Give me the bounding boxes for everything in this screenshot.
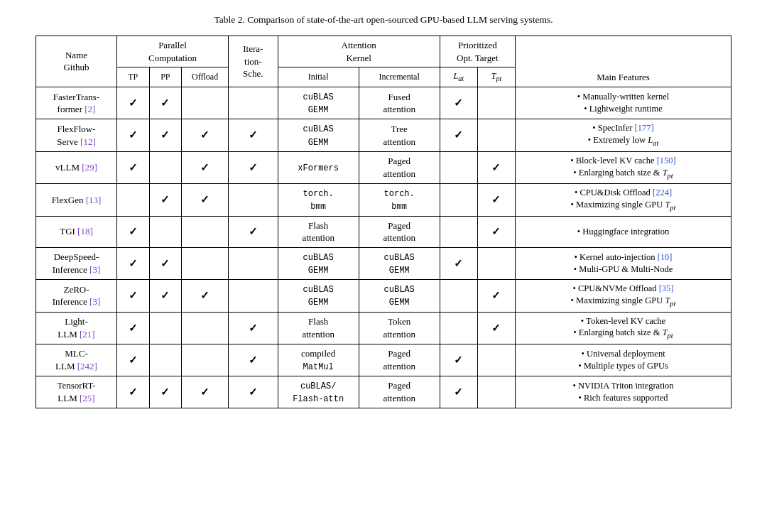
- cell-sche: ✓: [229, 151, 278, 183]
- cell-tp: ✓: [116, 376, 149, 408]
- cell-sche: ✓: [229, 344, 278, 376]
- cell-lat: ✓: [440, 119, 477, 151]
- cell-initial: Flashattention: [278, 216, 359, 247]
- th-incremental: Incremental: [359, 67, 440, 87]
- table-row: DeepSpeed-Inference [3]✓✓cuBLASGEMMcuBLA…: [36, 247, 731, 279]
- cell-offload: ✓: [182, 376, 229, 408]
- feature-item: • Manually-written kernel: [519, 91, 727, 103]
- cell-sche: ✓: [229, 376, 278, 408]
- cell-offload: ✓: [182, 280, 229, 312]
- th-tpt: Tpt: [477, 67, 515, 87]
- cell-sche: [229, 184, 278, 216]
- cell-incremental: Pagedattention: [359, 151, 440, 183]
- cell-initial: cuBLASGEMM: [278, 119, 359, 151]
- table-row: FasterTrans-former [2]✓✓cuBLASGEMMFuseda…: [36, 87, 731, 119]
- th-name-github: NameGithub: [36, 36, 117, 87]
- cell-offload: [182, 216, 229, 247]
- cell-pp: ✓: [149, 247, 182, 279]
- table-row: TensorRT-LLM [25]✓✓✓✓cuBLAS/Flash-attnPa…: [36, 376, 731, 408]
- cell-pp: ✓: [149, 184, 182, 216]
- th-iteration: Itera-tion-Sche.: [229, 36, 278, 87]
- cell-incremental: Pagedattention: [359, 376, 440, 408]
- cell-lat: [440, 151, 477, 183]
- cell-lat: ✓: [440, 87, 477, 119]
- feature-item: • Token-level KV cache: [519, 315, 727, 327]
- th-attention-kernel: AttentionKernel: [278, 36, 440, 67]
- table-row: MLC-LLM [242]✓✓compiledMatMulPagedattent…: [36, 344, 731, 376]
- feature-item: • NVIDIA Triton integration: [519, 380, 727, 392]
- cell-incremental: cuBLASGEMM: [359, 280, 440, 312]
- cell-name: FasterTrans-former [2]: [36, 87, 117, 119]
- table-row: Light-LLM [21]✓✓FlashattentionTokenatten…: [36, 312, 731, 344]
- cell-tpt: ✓: [477, 216, 515, 247]
- cell-lat: [440, 280, 477, 312]
- cell-tp: ✓: [116, 87, 149, 119]
- cell-initial: cuBLASGEMM: [278, 280, 359, 312]
- cell-tpt: ✓: [477, 151, 515, 183]
- cell-tpt: ✓: [477, 184, 515, 216]
- cell-tp: ✓: [116, 119, 149, 151]
- cell-name: ZeRO-Inference [3]: [36, 280, 117, 312]
- feature-item: • Lightweight runtime: [519, 103, 727, 115]
- cell-initial: torch.bmm: [278, 184, 359, 216]
- cell-lat: ✓: [440, 376, 477, 408]
- cell-sche: ✓: [229, 119, 278, 151]
- feature-item: • SpecInfer [177]: [519, 122, 727, 134]
- cell-tpt: [477, 87, 515, 119]
- cell-pp: [149, 216, 182, 247]
- feature-item: • Maximizing single GPU Tpt: [519, 199, 727, 213]
- th-offload: Offload: [182, 67, 229, 87]
- th-initial: Initial: [278, 67, 359, 87]
- cell-features: • CPU&Disk Offload [224]• Maximizing sin…: [516, 184, 731, 216]
- cell-pp: ✓: [149, 280, 182, 312]
- cell-features: • CPU&NVMe Offload [35]• Maximizing sing…: [516, 280, 731, 312]
- cell-offload: [182, 312, 229, 344]
- cell-tpt: [477, 247, 515, 279]
- cell-incremental: Pagedattention: [359, 216, 440, 247]
- cell-features: • NVIDIA Triton integration• Rich featur…: [516, 376, 731, 408]
- feature-item: • CPU&NVMe Offload [35]: [519, 283, 727, 295]
- th-main-features: Main Features: [516, 36, 731, 87]
- cell-lat: ✓: [440, 344, 477, 376]
- cell-incremental: Tokenattention: [359, 312, 440, 344]
- cell-tp: ✓: [116, 312, 149, 344]
- cell-name: Light-LLM [21]: [36, 312, 117, 344]
- cell-initial: compiledMatMul: [278, 344, 359, 376]
- cell-pp: ✓: [149, 87, 182, 119]
- cell-lat: [440, 184, 477, 216]
- cell-tpt: [477, 344, 515, 376]
- table-caption: Table 2. Comparison of state-of-the-art …: [36, 14, 731, 26]
- cell-name: FlexFlow-Serve [12]: [36, 119, 117, 151]
- feature-item: • Enlarging batch size & Tpt: [519, 167, 727, 181]
- cell-tp: [116, 184, 149, 216]
- table-row: TGI [18]✓✓FlashattentionPagedattention✓•…: [36, 216, 731, 247]
- cell-pp: ✓: [149, 376, 182, 408]
- cell-features: • Block-level KV cache [150]• Enlarging …: [516, 151, 731, 183]
- cell-incremental: torch.bmm: [359, 184, 440, 216]
- cell-name: TensorRT-LLM [25]: [36, 376, 117, 408]
- cell-tp: ✓: [116, 216, 149, 247]
- cell-offload: ✓: [182, 151, 229, 183]
- cell-name: DeepSpeed-Inference [3]: [36, 247, 117, 279]
- feature-item: • CPU&Disk Offload [224]: [519, 187, 727, 199]
- feature-item: • Multi-GPU & Multi-Node: [519, 264, 727, 276]
- cell-lat: [440, 216, 477, 247]
- cell-features: • Universal deployment• Multiple types o…: [516, 344, 731, 376]
- cell-name: TGI [18]: [36, 216, 117, 247]
- feature-item: • Maximizing single GPU Tpt: [519, 295, 727, 309]
- th-lat: Lat: [440, 67, 477, 87]
- cell-lat: [440, 312, 477, 344]
- cell-tp: ✓: [116, 151, 149, 183]
- cell-tp: ✓: [116, 344, 149, 376]
- cell-features: • SpecInfer [177]• Extremely low Lat: [516, 119, 731, 151]
- cell-offload: [182, 344, 229, 376]
- cell-features: • Kernel auto-injection [10]• Multi-GPU …: [516, 247, 731, 279]
- page-container: Table 2. Comparison of state-of-the-art …: [36, 14, 731, 408]
- feature-item: • Rich features supported: [519, 392, 727, 404]
- cell-pp: [149, 151, 182, 183]
- cell-initial: xFormers: [278, 151, 359, 183]
- table-row: vLLM [29]✓✓✓xFormersPagedattention✓• Blo…: [36, 151, 731, 183]
- cell-name: vLLM [29]: [36, 151, 117, 183]
- cell-name: FlexGen [13]: [36, 184, 117, 216]
- cell-tp: ✓: [116, 280, 149, 312]
